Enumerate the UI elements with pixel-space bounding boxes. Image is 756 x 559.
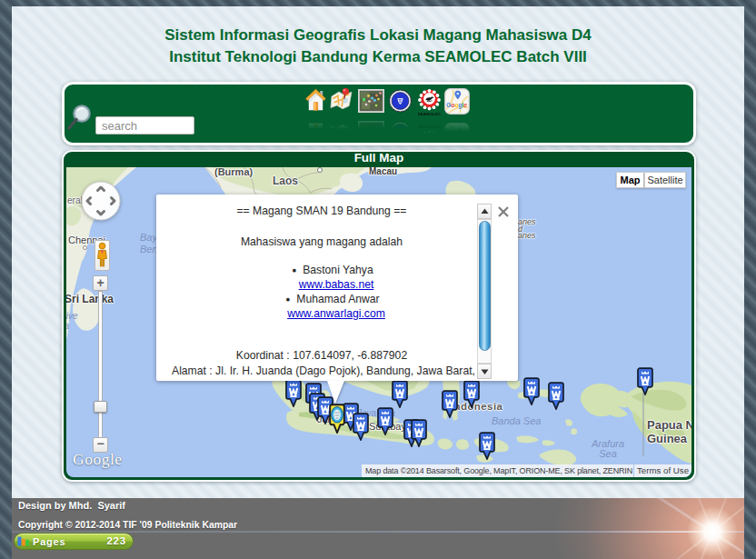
svg-text:SEAMOLEC: SEAMOLEC bbox=[418, 112, 441, 116]
svg-text:Google: Google bbox=[446, 102, 467, 109]
